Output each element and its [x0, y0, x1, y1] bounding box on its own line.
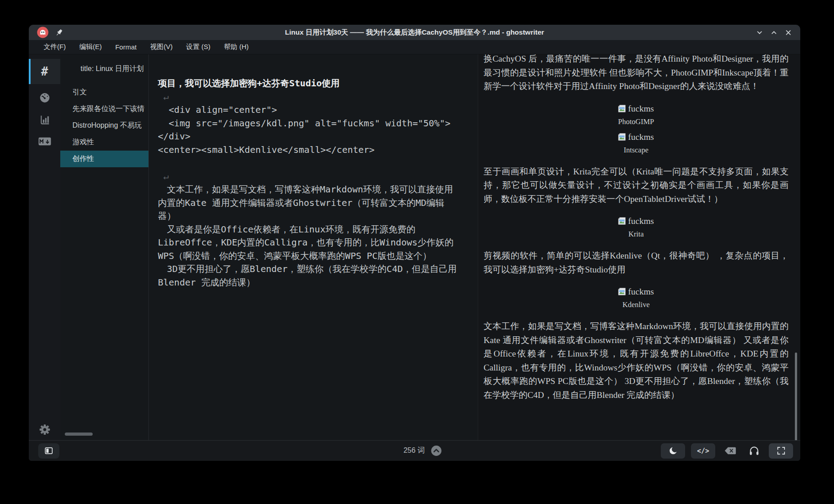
dark-mode-button[interactable]: [661, 443, 685, 459]
menubar: 文件(F)编辑(E)Format视图(V)设置 (S)帮助 (H): [29, 40, 800, 54]
broken-image-icon: [618, 217, 626, 225]
preview-image-caption: Kdenlive: [484, 300, 789, 309]
menu-item[interactable]: Format: [108, 40, 143, 54]
preview-image-caption: Intscape: [484, 146, 789, 155]
editor-line: 3D更不用担心了，愿Blender，塑练你（我在学校学的C4D，但是自己用: [158, 263, 468, 276]
image-alt-text: fuckms: [628, 216, 654, 226]
menu-item[interactable]: 视图(V): [143, 40, 179, 54]
ghostwriter-window: Linux 日用计划30天 —— 我为什么最后选择CachyOS用到至今？.md…: [29, 25, 800, 461]
editor-line: <center><small>Kdenlive</small></center>: [158, 143, 468, 157]
preview-paragraph: 至于画画和单页设计，Krita完全可以（Krita唯一问题是不支持多页面，如果支…: [484, 165, 789, 206]
preview-paragraph: 剪视频的软件，简单的可以选择Kdenlive（Qt，很神奇吧） ，复杂点的项目，…: [484, 249, 789, 277]
editor-line: 文本工作，如果是写文档，写博客这种Markdown环境，我可以直接使用: [158, 183, 468, 196]
maximize-icon[interactable]: [769, 27, 779, 37]
fullscreen-button[interactable]: [769, 443, 793, 459]
editor-line: LibreOffce，KDE内置的Calligra，也有专用的，比Windows…: [158, 236, 468, 250]
preview-image-caption: PhotoGIMP: [484, 117, 789, 126]
preview-scrollbar[interactable]: [795, 352, 797, 440]
outline-item[interactable]: 创作性: [60, 151, 148, 167]
bar-chart-icon: [39, 114, 50, 125]
backspace-icon: [724, 446, 736, 455]
image-alt-text: fuckms: [628, 104, 654, 113]
sidebar-toggle-button[interactable]: [38, 443, 59, 459]
preview-broken-image: fuckms: [484, 132, 789, 142]
window-title: Linux 日用计划30天 —— 我为什么最后选择CachyOS用到至今？.md…: [29, 28, 800, 37]
editor-line: [158, 156, 468, 170]
outline-item[interactable]: 先来跟各位说一下该情: [60, 101, 148, 117]
word-count: 256 词: [404, 446, 425, 455]
image-alt-text: fuckms: [628, 287, 654, 296]
pin-icon[interactable]: [55, 28, 63, 37]
html-preview-pane[interactable]: 换CachyOS 后，最痛苦的唯一一件事，是没有Affinity Photo和D…: [478, 54, 800, 440]
titlebar[interactable]: Linux 日用计划30天 —— 我为什么最后选择CachyOS用到至今？.md…: [29, 25, 800, 40]
editor-line: <div align="center">: [158, 103, 468, 117]
outline-item[interactable]: 引文: [60, 84, 148, 101]
preview-paragraph: 换CachyOS 后，最痛苦的唯一一件事，是没有Affinity Photo和D…: [484, 54, 789, 94]
preview-broken-image: fuckms: [484, 104, 789, 114]
markdown-icon: [38, 137, 51, 146]
image-alt-text: fuckms: [628, 132, 654, 142]
menu-item[interactable]: 编辑(E): [72, 40, 108, 54]
broken-image-icon: [618, 105, 626, 112]
editor-line: 器）: [158, 210, 468, 223]
preview-image-caption: Krita: [484, 230, 789, 239]
editor-line: </div>: [158, 130, 468, 143]
outline-item[interactable]: DistroHopping 不易玩: [60, 117, 148, 134]
moon-icon: [668, 446, 678, 455]
app-ghost-icon[interactable]: [37, 27, 49, 38]
outline-hash-icon: #: [41, 65, 48, 78]
editor-line: ↵: [158, 170, 468, 183]
editor-line: 内置的Kate 通用文件编辑器或者Ghostwriter（可转富文本的MD编辑: [158, 196, 468, 210]
editor-line: <img src="/images/kdl.png" alt="fuckms" …: [158, 117, 468, 130]
outline-item[interactable]: 游戏性: [60, 134, 148, 151]
menu-item[interactable]: 设置 (S): [179, 40, 217, 54]
html-source-button[interactable]: </>: [691, 443, 715, 459]
headphones-icon: [749, 446, 759, 455]
fullscreen-icon: [776, 446, 786, 455]
editor-line: Blender 完成的结课）: [158, 276, 468, 290]
editor-line: WPS（啊没错，你的安卓、鸿蒙平板大概率跑的WPS PC版也是这个）: [158, 250, 468, 263]
panel-toggle-icon: [45, 447, 53, 455]
markdown-editor[interactable]: 项目，我可以选择加密狗+达芬奇Studio使用 ↵ <div align="ce…: [148, 54, 478, 440]
minimize-icon[interactable]: [754, 27, 764, 37]
outline-hscrollbar[interactable]: [65, 433, 93, 436]
sidebar-item-cheatsheet[interactable]: [38, 137, 51, 146]
editor-line: 项目，我可以选择加密狗+达芬奇Studio使用: [158, 77, 468, 90]
chevron-up-circle-icon[interactable]: [430, 445, 442, 456]
preview-paragraph: 文本工作，如果是写文档，写博客这种Markdown环境，我可以直接使用内置的Ka…: [484, 320, 789, 402]
broken-image-icon: [618, 288, 626, 295]
editor-line: 又或者是你是Office依赖者，在Linux环境，既有开源免费的: [158, 223, 468, 236]
menu-item[interactable]: 帮助 (H): [217, 40, 256, 54]
sidebar-item-session-stats[interactable]: [39, 92, 50, 103]
menu-item[interactable]: 文件(F): [37, 40, 72, 54]
preview-broken-image: fuckms: [484, 216, 789, 226]
broken-image-icon: [618, 133, 626, 141]
clear-button[interactable]: [721, 443, 739, 459]
outline-item[interactable]: title: Linux 日用计划: [60, 61, 148, 77]
gauge-icon: [39, 92, 50, 103]
code-icon: </>: [697, 447, 709, 455]
close-icon[interactable]: [783, 27, 793, 37]
outline-panel: title: Linux 日用计划引文先来跟各位说一下该情DistroHoppi…: [60, 54, 148, 440]
gear-icon: [39, 424, 51, 436]
sidebar-icon-strip: #: [29, 54, 60, 440]
sidebar-item-outline[interactable]: #: [29, 59, 60, 84]
settings-button[interactable]: [29, 424, 60, 436]
sidebar-item-document-stats[interactable]: [39, 114, 50, 125]
statusbar: 256 词 </>: [29, 440, 800, 461]
focus-sounds-button[interactable]: [745, 443, 763, 459]
editor-line: ↵: [158, 90, 468, 104]
preview-content: 换CachyOS 后，最痛苦的唯一一件事，是没有Affinity Photo和D…: [478, 54, 800, 402]
preview-broken-image: fuckms: [484, 287, 789, 297]
